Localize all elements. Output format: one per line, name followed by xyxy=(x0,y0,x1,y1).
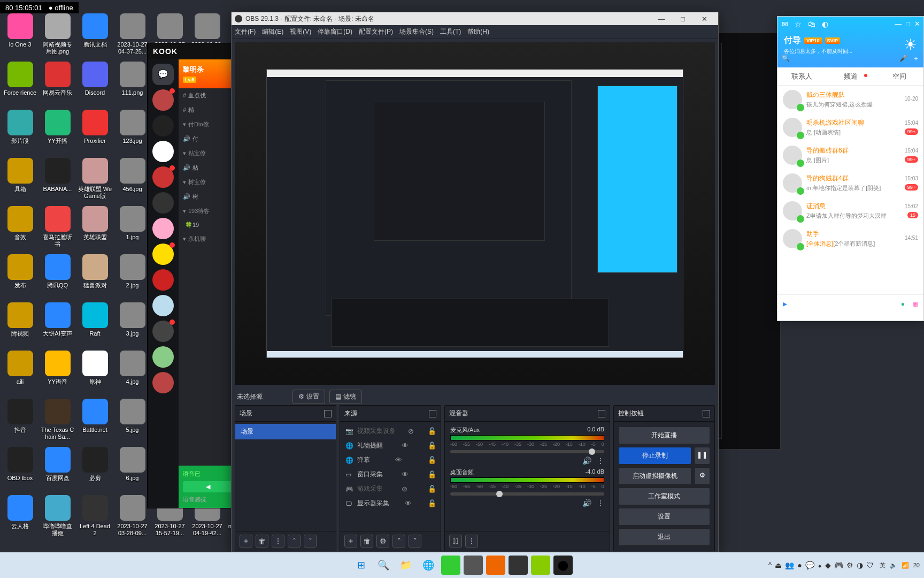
desktop-shortcut[interactable]: 2023-10-27 03-28-09... xyxy=(115,495,150,537)
scene-filter-button[interactable]: ⋮ xyxy=(272,535,284,547)
tray-icon[interactable]: ◆ xyxy=(825,561,831,569)
taskbar-app-2[interactable] xyxy=(464,556,483,575)
network-icon[interactable]: 📶 xyxy=(902,562,909,569)
scene-row[interactable]: 场景 xyxy=(235,424,336,439)
tray-icon[interactable]: ⚙ xyxy=(846,561,853,569)
studio-mode-button[interactable]: 工作室模式 xyxy=(618,488,710,505)
obs-menu-item[interactable]: 工具(T) xyxy=(440,27,461,36)
visibility-toggle-icon[interactable]: 👁 xyxy=(405,499,412,507)
kook-server-icon[interactable] xyxy=(152,346,174,368)
taskbar-time[interactable]: 20 xyxy=(913,562,920,568)
lock-toggle-icon[interactable]: 🔓 xyxy=(428,442,435,450)
kook-channel[interactable]: 🍀19 xyxy=(179,218,237,232)
desktop-shortcut[interactable]: 发布 xyxy=(3,254,37,289)
kook-category[interactable]: ▾杀机聊 xyxy=(179,232,237,246)
exit-button[interactable]: 退出 xyxy=(618,528,710,546)
desktop-shortcut[interactable]: YY语音 xyxy=(40,351,75,385)
visibility-toggle-icon[interactable]: 👁 xyxy=(395,456,403,464)
scene-down-button[interactable]: ˅ xyxy=(304,535,317,547)
desktop-shortcut[interactable]: YY开播 xyxy=(40,110,75,144)
desktop-shortcut[interactable]: Proxifier xyxy=(78,110,112,144)
qq-window-buttons[interactable]: ―□✕ xyxy=(895,20,920,28)
desktop-shortcut[interactable]: 哔噜哔噜直播姬 xyxy=(40,495,75,537)
kook-window[interactable]: KOOK 💬 黎明杀 Lv.6 #血点伐#精▾付Dio僚🔊付▾粘宝僚🔊粘▾树宝僚… xyxy=(147,43,238,508)
qq-main-menu-icon[interactable]: ▸ xyxy=(783,299,787,309)
desktop-shortcut[interactable]: 百度网盘 xyxy=(40,447,75,482)
qq-header-icon[interactable]: 🛍 xyxy=(808,20,815,28)
mute-icon[interactable]: 🔊 xyxy=(582,457,591,465)
desktop-shortcut[interactable]: 腾讯QQ xyxy=(40,254,75,289)
obs-menubar[interactable]: 文件(F)编辑(E)视图(V)停靠窗口(D)配置文件(P)场景集合(S)工具(T… xyxy=(232,25,718,39)
desktop-shortcut[interactable]: 具箱 xyxy=(3,158,37,193)
remove-scene-button[interactable]: 🗑 xyxy=(256,535,268,547)
desktop-shortcut[interactable]: 英雄联盟 xyxy=(78,206,112,241)
source-row[interactable]: 📷视频采集设备⊘🔓 xyxy=(340,424,441,438)
search-icon[interactable]: 🔍 xyxy=(782,55,790,62)
desktop-shortcut[interactable]: 腾讯文档 xyxy=(78,13,112,48)
desktop-shortcut[interactable]: 必剪 xyxy=(78,447,112,482)
qq-conversation-list[interactable]: 贼の三体舰队孩儿为何穿短裙,这么劲爆10-20明杀机游戏社区闲聊息:[动画表情]… xyxy=(777,86,923,294)
obs-preview-area[interactable] xyxy=(235,42,715,385)
volume-slider[interactable] xyxy=(450,450,604,453)
source-row[interactable]: 🌐礼物提醒👁🔓 xyxy=(340,438,441,453)
remove-source-button[interactable]: 🗑 xyxy=(360,535,373,547)
volume-icon[interactable]: 🔈 xyxy=(890,562,897,569)
mixer-advanced-button[interactable]: ⚙ͦ xyxy=(449,535,462,547)
source-down-button[interactable]: ˅ xyxy=(409,535,421,547)
lock-toggle-icon[interactable]: 🔓 xyxy=(428,499,435,507)
desktop-shortcut[interactable]: 123.jpg xyxy=(115,110,150,144)
taskbar-center-apps[interactable]: ⊞ 🔍 📁 🌐 ⬤ xyxy=(351,556,573,575)
taskbar-edge-icon[interactable]: 🌐 xyxy=(419,556,438,575)
kook-category[interactable]: ▾193待客 xyxy=(179,204,237,218)
kook-server-icon[interactable] xyxy=(152,115,174,136)
desktop-shortcut[interactable]: 2023-10-27 04-37-25... xyxy=(115,13,150,55)
controls-popout-icon[interactable] xyxy=(703,410,710,417)
lock-toggle-icon[interactable]: 🔓 xyxy=(428,470,435,478)
kook-server-header[interactable]: 黎明杀 Lv.6 xyxy=(179,59,237,88)
visibility-toggle-icon[interactable]: ⊘ xyxy=(402,485,409,493)
qq-close-button[interactable]: ✕ xyxy=(914,20,920,28)
visibility-toggle-icon[interactable]: ⊘ xyxy=(408,427,415,435)
desktop-shortcut[interactable]: OBD tbox xyxy=(3,447,37,482)
taskbar-search-button[interactable]: 🔍 xyxy=(374,556,393,575)
qq-add-icon[interactable]: ＋ xyxy=(913,54,919,63)
obs-menu-item[interactable]: 文件(F) xyxy=(235,27,256,36)
obs-window[interactable]: OBS 29.1.3 - 配置文件: 未命名 - 场景: 未命名 ― □ ✕ 文… xyxy=(231,12,719,552)
kook-server-list[interactable]: 💬 xyxy=(148,59,179,508)
qq-tabs[interactable]: 联系人 频道 空间 xyxy=(777,67,923,86)
desktop-shortcut[interactable]: aili xyxy=(3,351,37,385)
kook-server-icon[interactable] xyxy=(152,166,174,188)
desktop-shortcut[interactable]: 大饼AI变声 xyxy=(40,302,75,337)
lock-toggle-icon[interactable]: 🔓 xyxy=(428,427,435,435)
mixer-menu-button[interactable]: ⋮ xyxy=(465,535,478,547)
qq-maximize-button[interactable]: □ xyxy=(906,20,910,28)
tray-icon[interactable]: ⬥ xyxy=(818,561,822,569)
lock-toggle-icon[interactable]: 🔓 xyxy=(428,456,435,464)
kook-server-icon[interactable] xyxy=(152,192,174,214)
desktop-shortcut[interactable]: 1.jpg xyxy=(115,206,150,241)
weather-icon[interactable]: ☀ xyxy=(904,36,917,54)
scenes-popout-icon[interactable] xyxy=(324,410,332,417)
obs-menu-item[interactable]: 场景集合(S) xyxy=(399,27,434,36)
qq-tab-channel[interactable]: 频道 xyxy=(826,72,875,81)
source-properties-small-button[interactable]: ⚙ xyxy=(376,535,389,547)
tray-icon[interactable]: 👥 xyxy=(785,561,794,569)
desktop-shortcut[interactable]: 3.jpg xyxy=(115,302,150,337)
qq-mic-icon[interactable]: 🎤 xyxy=(899,55,907,62)
qq-app-icon-1[interactable]: ● xyxy=(901,300,905,308)
start-streaming-button[interactable]: 开始直播 xyxy=(618,427,710,444)
kook-channel[interactable]: 🔊付 xyxy=(179,132,237,146)
kook-server-icon[interactable] xyxy=(152,218,174,239)
qq-conversation-item[interactable]: 导的狗贼群4群m:年地你指定是装幕了[阴笑]15:0399+ xyxy=(777,169,923,197)
obs-menu-item[interactable]: 视图(V) xyxy=(290,27,311,36)
kook-server-icon[interactable] xyxy=(152,372,174,393)
add-scene-button[interactable]: ＋ xyxy=(240,535,252,547)
tray-icons-group[interactable]: ^⏏👥●💬⬥◆🎮⚙◑🛡 xyxy=(767,561,875,569)
taskbar-explorer-icon[interactable]: 📁 xyxy=(396,556,415,575)
desktop-shortcut[interactable]: 影片段 xyxy=(3,110,37,144)
desktop-shortcut[interactable]: 111.png xyxy=(115,62,150,96)
start-virtual-camera-button[interactable]: 启动虚拟摄像机 xyxy=(618,467,691,485)
desktop-shortcut[interactable]: 附视频 xyxy=(3,302,37,337)
kook-server-icon[interactable] xyxy=(152,89,174,111)
obs-titlebar[interactable]: OBS 29.1.3 - 配置文件: 未命名 - 场景: 未命名 ― □ ✕ xyxy=(232,12,718,25)
